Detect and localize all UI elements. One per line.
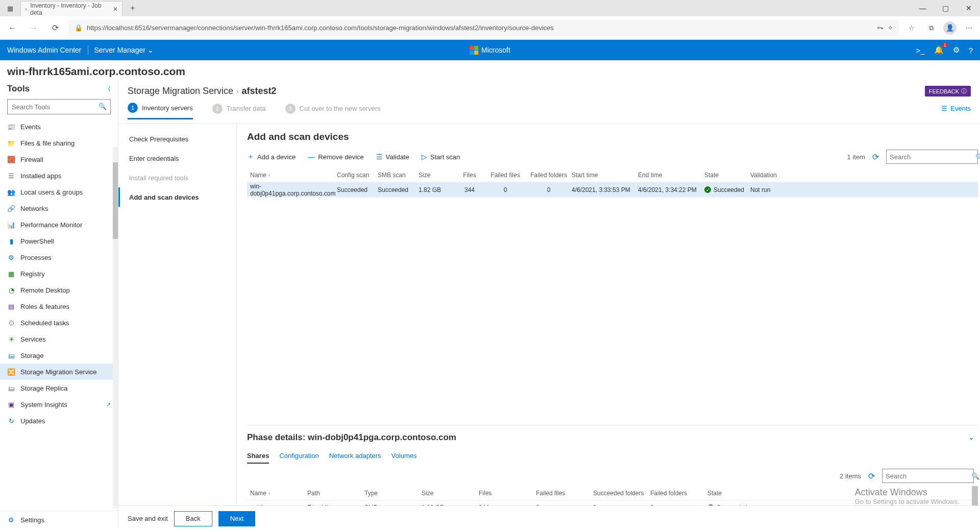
list-icon: ☰ [941, 105, 947, 112]
refresh-button[interactable]: ⟳ [47, 20, 63, 36]
col-failed-files[interactable]: Failed files [536, 490, 593, 497]
password-icon[interactable]: 🗝 [877, 24, 884, 32]
close-icon[interactable]: ✕ [113, 6, 118, 13]
gear-icon[interactable]: ⚙ [953, 45, 960, 55]
col-files[interactable]: Files [454, 172, 485, 179]
sidebar-item[interactable]: ⏲Scheduled tasks [0, 315, 118, 331]
col-config[interactable]: Config scan [337, 172, 378, 179]
chevron-down-icon[interactable]: ⌄ [969, 434, 974, 441]
close-button[interactable]: ✕ [957, 0, 980, 16]
sidebar-item[interactable]: 📰Events [0, 118, 118, 135]
refresh-icon[interactable]: ⟳ [872, 152, 879, 162]
search-icon: 🔍 [99, 103, 107, 110]
col-state[interactable]: State [704, 172, 750, 179]
browser-tab[interactable]: ▫ Inventory - Inventory - Job deta ✕ [20, 1, 122, 16]
tab-network[interactable]: Network adapters [329, 450, 381, 464]
tab-volumes[interactable]: Volumes [391, 450, 417, 464]
tool-label: Roles & features [20, 303, 69, 310]
col-end[interactable]: End time [638, 172, 704, 179]
tab-shares[interactable]: Shares [247, 450, 269, 464]
more-icon[interactable]: ⋯ [962, 21, 976, 35]
sidebar-item[interactable]: ▣System Insights↗ [0, 396, 118, 413]
col-failed-folders[interactable]: Failed folders [650, 490, 707, 497]
sidebar-item[interactable]: ✳Services [0, 331, 118, 347]
help-icon[interactable]: ? [969, 46, 973, 55]
sidebar-item[interactable]: 📊Performance Monitor [0, 216, 118, 233]
sidebar-item[interactable]: ▦Registry [0, 266, 118, 282]
start-scan-button[interactable]: ▷Start scan [422, 153, 460, 161]
feedback-button[interactable]: FEEDBACK ⓘ [925, 86, 971, 96]
col-failed-files[interactable]: Failed files [485, 172, 526, 179]
minimize-button[interactable]: ― [911, 0, 934, 16]
context-dropdown[interactable]: Server Manager ⌄ [94, 46, 154, 54]
add-device-button[interactable]: ＋Add a device [247, 152, 296, 161]
reader-icon[interactable]: ✧ [888, 24, 893, 32]
app-title[interactable]: Windows Admin Center [7, 46, 82, 54]
save-exit-link[interactable]: Save and exit [128, 515, 168, 522]
sidebar-item[interactable]: ▮PowerShell [0, 233, 118, 249]
sidebar-item[interactable]: ↻Updates [0, 413, 118, 429]
phase-title: Phase details: win-dobj0p41pga.corp.cont… [247, 432, 456, 443]
sidebar-item[interactable]: ⚙Processes [0, 249, 118, 266]
notifications-icon[interactable]: 🔔1 [934, 45, 944, 55]
tool-icon: 👥 [7, 188, 15, 196]
col-failed-folders[interactable]: Failed folders [526, 172, 572, 179]
substep-add-scan[interactable]: Add and scan devices [118, 187, 236, 207]
step-transfer[interactable]: 2Transfer data [212, 104, 266, 119]
col-validation[interactable]: Validation [750, 172, 786, 179]
maximize-button[interactable]: ▢ [934, 0, 957, 16]
collapse-icon[interactable]: 〈 [105, 85, 111, 93]
breadcrumb-root[interactable]: Storage Migration Service [128, 86, 233, 96]
back-button[interactable]: Back [174, 511, 212, 526]
sidebar-item[interactable]: ▤Roles & features [0, 298, 118, 315]
validate-button[interactable]: ☰Validate [376, 153, 409, 161]
col-files[interactable]: Files [479, 490, 536, 497]
sidebar-item[interactable]: 📁Files & file sharing [0, 135, 118, 151]
search-tools[interactable]: 🔍 [7, 99, 111, 114]
sidebar-item[interactable]: 🔀Storage Migration Service [0, 364, 118, 380]
shares-search[interactable]: 🔍 [882, 469, 974, 483]
col-size[interactable]: Size [422, 490, 479, 497]
new-tab-button[interactable]: + [126, 1, 140, 15]
back-button[interactable]: ← [4, 20, 20, 36]
substep-creds[interactable]: Enter credentials [118, 149, 236, 168]
step-inventory[interactable]: 1Inventory servers [128, 103, 193, 119]
favorites-icon[interactable]: ☆ [904, 21, 919, 35]
sidebar-item[interactable]: 🔗Networks [0, 200, 118, 216]
sidebar-item[interactable]: ☰Installed apps [0, 167, 118, 184]
col-type[interactable]: Type [364, 490, 422, 497]
step-cutover[interactable]: 3Cut over to the new servers [285, 104, 381, 119]
col-name[interactable]: Name↑ [250, 490, 307, 497]
sidebar-item[interactable]: 🖴Storage [0, 347, 118, 364]
col-name[interactable]: Name↑ [250, 172, 337, 179]
profile-avatar[interactable]: 👤 [943, 21, 957, 35]
sidebar-settings[interactable]: ⚙ Settings [0, 511, 118, 529]
col-state[interactable]: State [707, 490, 769, 497]
col-path[interactable]: Path [307, 490, 364, 497]
console-icon[interactable]: >_ [916, 46, 925, 55]
substep-prereq[interactable]: Check Prerequisites [118, 129, 236, 149]
sidebar-item[interactable]: 🧱Firewall [0, 151, 118, 167]
tools-sidebar: Tools 〈 🔍 📰Events📁Files & file sharing🧱F… [0, 81, 118, 529]
remove-device-button[interactable]: ―Remove device [308, 153, 364, 161]
sidebar-scrollbar[interactable] [113, 147, 118, 509]
refresh-icon[interactable]: ⟳ [868, 471, 875, 481]
events-link[interactable]: ☰Events [941, 105, 971, 112]
device-row[interactable]: win-dobj0p41pga.corp.contoso.com Succeed… [247, 182, 978, 198]
item-count: 1 item [847, 153, 865, 161]
next-button[interactable]: Next [218, 511, 256, 526]
col-smb[interactable]: SMB scan [378, 172, 419, 179]
col-start[interactable]: Start time [572, 172, 638, 179]
tab-configuration[interactable]: Configuration [279, 450, 318, 464]
col-size[interactable]: Size [419, 172, 454, 179]
url-input[interactable]: 🔒 https://localhost:6516/servermanager/c… [68, 20, 899, 36]
search-tools-input[interactable] [7, 99, 111, 114]
sidebar-item[interactable]: 👥Local users & groups [0, 184, 118, 200]
sidebar-item[interactable]: 🖴Storage Replica [0, 380, 118, 396]
sidebar-item[interactable]: ◔Remote Desktop [0, 282, 118, 298]
devices-search[interactable]: 🔍 [886, 150, 978, 164]
tab-title: Inventory - Inventory - Job deta [30, 2, 110, 16]
col-succeeded-folders[interactable]: Succeeded folders [593, 490, 650, 497]
tool-label: Storage Migration Service [20, 368, 97, 376]
collections-icon[interactable]: ⧉ [924, 21, 938, 35]
